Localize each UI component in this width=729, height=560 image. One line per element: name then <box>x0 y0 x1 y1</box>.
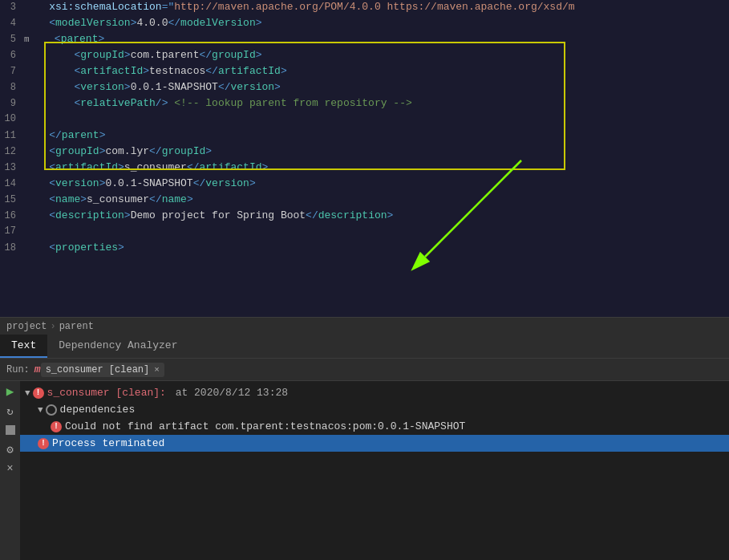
terminated-error-icon: ! <box>38 438 49 449</box>
run-tab-label: s_consumer [clean] <box>46 364 150 375</box>
expand-arrow-root: ▼ <box>25 388 30 398</box>
run-label: Run: <box>6 364 30 375</box>
breadcrumb: project › parent <box>0 317 729 335</box>
code-line-6: 6 <groupId>com.tparent</groupId> <box>0 48 729 64</box>
error-item[interactable]: ! Could not find artifact com.tparent:te… <box>20 418 729 435</box>
breadcrumb-sep: › <box>50 321 55 332</box>
stop-button[interactable] <box>4 424 17 436</box>
code-line-3: 3 xsi:schemaLocation="http://maven.apach… <box>0 0 729 16</box>
code-line-5: 5 m <parent> <box>0 32 729 48</box>
code-line-15: 15 <name>s_consumer</name> <box>0 193 729 209</box>
terminated-item[interactable]: ! Process terminated <box>20 435 729 452</box>
code-line-16: 16 <description>Demo project for Spring … <box>0 209 729 225</box>
root-error-icon: ! <box>33 388 44 399</box>
code-line-12: 12 <groupId>com.lyr</groupId> <box>0 144 729 160</box>
terminated-label: Process terminated <box>52 437 164 449</box>
left-gutter: ▶ ↻ ⚙ × <box>0 381 20 560</box>
code-line-4: 4 <modelVersion>4.0.0</modelVersion> <box>0 16 729 32</box>
output-panel: ▶ ↻ ⚙ × ▼ ! s_consumer [clean]: at 2020/… <box>0 381 729 560</box>
root-name: s_consumer [clean]: <box>47 387 166 399</box>
tabs-bar: Text Dependency Analyzer <box>0 335 729 359</box>
code-line-18: 18 <properties> <box>0 241 729 257</box>
code-line-8: 8 <version>0.0.1-SNAPSHOT</version> <box>0 80 729 96</box>
error-icon: ! <box>51 421 62 432</box>
code-lines: 3 xsi:schemaLocation="http://maven.apach… <box>0 0 729 257</box>
refresh-button[interactable]: ↻ <box>4 404 17 417</box>
breadcrumb-parent: parent <box>59 321 94 332</box>
tab-dependency-analyzer[interactable]: Dependency Analyzer <box>47 335 188 358</box>
dependencies-item[interactable]: ▼ dependencies <box>20 401 729 418</box>
maven-m-icon: m <box>34 363 41 375</box>
expand-arrow-deps: ▼ <box>38 405 43 415</box>
root-timestamp: at 2020/8/12 13:28 <box>176 387 288 399</box>
run-bar: Run: m s_consumer [clean] × <box>0 359 729 381</box>
code-line-17: 17 <box>0 225 729 241</box>
play-button[interactable]: ▶ <box>4 385 17 398</box>
dependencies-label: dependencies <box>60 404 136 416</box>
panel-container: Run: m s_consumer [clean] × ▶ ↻ ⚙ × ▼ ! … <box>0 359 729 560</box>
code-line-10: 10 <box>0 112 729 128</box>
stop-circle-icon <box>46 404 57 416</box>
code-line-7: 7 <artifactId>testnacos</artifactId> <box>0 64 729 80</box>
root-label: s_consumer [clean]: at 2020/8/12 13:28 <box>47 387 288 399</box>
close-panel-button[interactable]: × <box>4 462 17 475</box>
error-message: Could not find artifact com.tparent:test… <box>65 420 465 432</box>
code-line-14: 14 <version>0.0.1-SNAPSHOT</version> <box>0 177 729 193</box>
run-root-item[interactable]: ▼ ! s_consumer [clean]: at 2020/8/12 13:… <box>20 384 729 401</box>
code-editor: 3 xsi:schemaLocation="http://maven.apach… <box>0 0 729 317</box>
tab-text[interactable]: Text <box>0 335 47 358</box>
run-tab[interactable]: s_consumer [clean] × <box>41 363 164 377</box>
code-line-11: 11 </parent> <box>0 128 729 144</box>
code-line-13: 13 <artifactId>s_consumer</artifactId> <box>0 160 729 177</box>
run-tab-close[interactable]: × <box>154 365 160 375</box>
code-line-9: 9 <relativePath/> <!-- lookup parent fro… <box>0 96 729 112</box>
output-content: ▼ ! s_consumer [clean]: at 2020/8/12 13:… <box>20 381 729 560</box>
breadcrumb-project: project <box>6 321 47 332</box>
settings-button[interactable]: ⚙ <box>4 443 17 456</box>
